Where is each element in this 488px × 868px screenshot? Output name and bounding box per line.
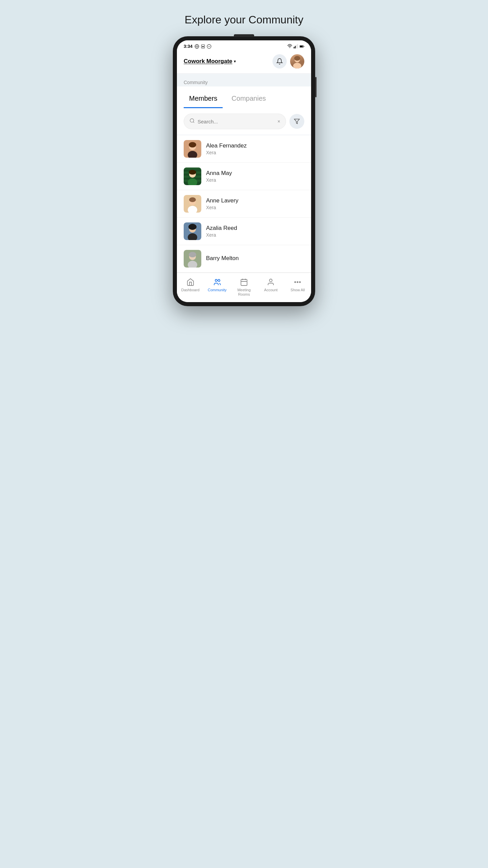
bottom-nav: Dashboard Community xyxy=(177,273,311,302)
nav-item-show-all[interactable]: Show All xyxy=(284,276,311,297)
show-all-icon xyxy=(293,278,302,287)
status-bar: 3:34 xyxy=(177,40,311,51)
notification-button[interactable] xyxy=(272,54,287,68)
anna-may-avatar xyxy=(184,167,201,185)
meeting-rooms-icon xyxy=(240,278,248,287)
nav-item-account[interactable]: Account xyxy=(258,276,284,297)
svg-point-52 xyxy=(295,282,296,283)
member-info: Barry Melton xyxy=(206,255,304,262)
nav-item-dashboard[interactable]: Dashboard xyxy=(177,276,204,297)
dashboard-icon xyxy=(186,278,195,287)
status-icons xyxy=(287,44,304,49)
member-info: Anna May Xera xyxy=(206,170,304,183)
member-company: Xera xyxy=(206,177,304,183)
member-name: Anna May xyxy=(206,170,304,177)
tabs-container: Members Companies xyxy=(177,86,311,108)
member-company: Xera xyxy=(206,232,304,238)
member-info: Anne Lavery Xera xyxy=(206,197,304,210)
list-item[interactable]: Azalia Reed Xera xyxy=(177,218,311,245)
member-avatar xyxy=(184,167,201,185)
header-actions xyxy=(272,54,304,68)
page-title: Explore your Community xyxy=(185,14,303,26)
tab-members[interactable]: Members xyxy=(184,92,223,108)
member-name: Anne Lavery xyxy=(206,197,304,204)
svg-point-46 xyxy=(218,279,220,281)
member-list: Alea Fernandez Xera xyxy=(177,135,311,273)
nav-label-show-all: Show All xyxy=(290,288,305,292)
profile-avatar-img xyxy=(290,54,304,68)
search-icon xyxy=(189,118,195,125)
barry-melton-avatar xyxy=(184,250,201,268)
workspace-selector[interactable]: Cowork Moorgate ▾ xyxy=(184,58,236,65)
signal-icon xyxy=(293,44,298,49)
nav-label-account: Account xyxy=(264,288,278,292)
bell-icon xyxy=(276,58,283,65)
member-info: Azalia Reed Xera xyxy=(206,225,304,238)
account-icon xyxy=(266,278,275,287)
filter-button[interactable] xyxy=(289,114,304,129)
nav-label-dashboard: Dashboard xyxy=(181,288,200,292)
member-name: Barry Melton xyxy=(206,255,304,262)
chevron-down-icon[interactable]: ▾ xyxy=(234,59,236,64)
svg-point-54 xyxy=(300,282,301,283)
dnd-icon xyxy=(207,44,211,49)
battery-icon xyxy=(300,44,304,49)
member-info: Alea Fernandez Xera xyxy=(206,142,304,155)
list-item[interactable]: Barry Melton xyxy=(177,245,311,273)
svg-point-44 xyxy=(189,252,196,257)
member-name: Alea Fernandez xyxy=(206,142,304,149)
svg-point-17 xyxy=(294,56,300,61)
svg-line-19 xyxy=(193,122,194,123)
list-item[interactable]: Alea Fernandez Xera xyxy=(177,135,311,163)
community-nav-icon xyxy=(213,278,222,287)
svg-point-51 xyxy=(269,279,272,282)
wifi-icon xyxy=(287,44,292,49)
member-avatar xyxy=(184,222,201,240)
tab-companies[interactable]: Companies xyxy=(226,92,271,108)
clear-search-button[interactable]: × xyxy=(278,119,280,124)
svg-marker-20 xyxy=(294,119,300,124)
azalia-reed-avatar xyxy=(184,222,201,240)
status-time: 3:34 xyxy=(184,44,192,49)
svg-rect-26 xyxy=(184,167,201,170)
svg-rect-47 xyxy=(241,279,247,285)
svg-point-53 xyxy=(297,282,298,283)
profile-avatar[interactable] xyxy=(290,54,304,68)
anne-lavery-avatar xyxy=(184,195,201,213)
list-item[interactable]: Anna May Xera xyxy=(177,163,311,190)
member-avatar xyxy=(184,195,201,213)
svg-rect-10 xyxy=(296,45,297,48)
svg-point-16 xyxy=(293,63,301,68)
search-area: × xyxy=(177,108,311,135)
svg-point-24 xyxy=(189,142,196,147)
svg-rect-8 xyxy=(294,47,294,48)
app-header: Cowork Moorgate ▾ xyxy=(177,51,311,74)
svg-point-40 xyxy=(188,224,197,230)
section-label: Community xyxy=(177,74,311,85)
nav-label-meeting-rooms: MeetingRooms xyxy=(237,288,250,297)
nav-item-community[interactable]: Community xyxy=(204,276,230,297)
workspace-name[interactable]: Cowork Moorgate xyxy=(184,58,232,65)
sim-icon xyxy=(201,44,205,49)
svg-point-7 xyxy=(289,47,290,48)
nav-label-community: Community xyxy=(208,288,227,292)
svg-rect-9 xyxy=(295,46,296,48)
member-avatar xyxy=(184,140,201,158)
alea-fernandez-avatar xyxy=(184,140,201,158)
member-company: Xera xyxy=(206,150,304,155)
svg-point-32 xyxy=(189,170,196,175)
phone-shell: 3:34 xyxy=(173,36,315,306)
svg-rect-13 xyxy=(300,45,303,47)
nav-item-meeting-rooms[interactable]: MeetingRooms xyxy=(230,276,257,297)
globe-icon xyxy=(195,44,199,49)
phone-inner: 3:34 xyxy=(177,40,311,302)
svg-point-45 xyxy=(215,279,217,281)
status-left-icons xyxy=(195,44,211,49)
svg-point-36 xyxy=(189,197,196,202)
search-bar: × xyxy=(184,114,286,129)
svg-rect-4 xyxy=(202,46,204,47)
list-item[interactable]: Anne Lavery Xera xyxy=(177,190,311,218)
search-input[interactable] xyxy=(198,119,275,124)
svg-point-18 xyxy=(190,119,194,122)
member-name: Azalia Reed xyxy=(206,225,304,232)
